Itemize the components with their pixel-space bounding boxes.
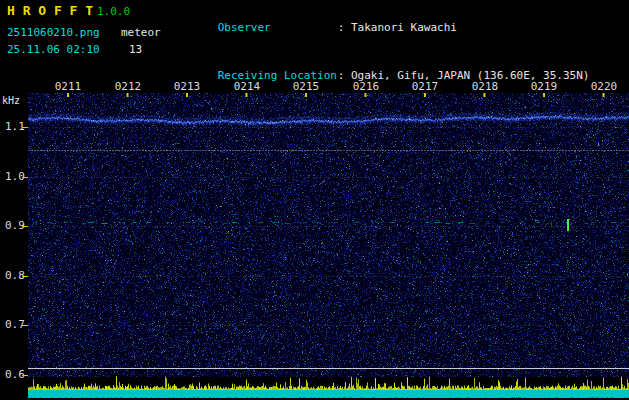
app-title: H R O F F T bbox=[7, 3, 93, 18]
spectrogram-canvas bbox=[0, 78, 629, 400]
version-label: 1.0.0 bbox=[97, 5, 130, 18]
mode-label: meteor bbox=[121, 26, 161, 39]
datetime-label: 25.11.06 02:10 bbox=[7, 43, 100, 56]
echo-count: 13 bbox=[129, 43, 142, 56]
info-row-observer: Observer: Takanori Kawachi bbox=[178, 4, 589, 52]
hrofft-window: H R O F F T 1.0.0 2511060210.png meteor … bbox=[0, 0, 629, 400]
filename-label: 2511060210.png bbox=[7, 26, 100, 39]
observer-label: Observer bbox=[218, 20, 338, 36]
observer-value: : Takanori Kawachi bbox=[338, 21, 457, 34]
